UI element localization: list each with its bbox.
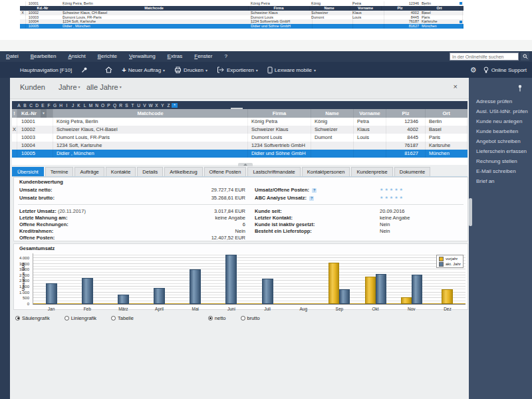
tab-kontaktpersonen[interactable]: Kontaktpersonen (302, 167, 350, 176)
alphabet-letter-J[interactable]: J (70, 103, 76, 108)
sidebar-item-rechnung-stellen[interactable]: Rechnung stellen (476, 158, 517, 164)
alphabet-letter-D[interactable]: D (34, 103, 40, 108)
alphabet-letter-G[interactable]: G (52, 103, 58, 108)
alphabet-letter-K[interactable]: K (76, 103, 82, 108)
table-row[interactable]: 100041234 Soft, Karlsruhe1234 Softvertri… (12, 142, 467, 150)
menu-item-bearbeiten[interactable]: Bearbeiten (25, 51, 63, 62)
exportieren-button[interactable]: Exportieren ▾ (217, 66, 258, 73)
alphabet-letter-V[interactable]: V (142, 103, 148, 108)
home-button[interactable] (105, 66, 112, 73)
online-support-button[interactable]: Online Support (483, 66, 527, 74)
tab-termine[interactable]: Termine (45, 167, 74, 176)
menu-item-extras[interactable]: Extras (162, 51, 189, 62)
sidebar-item-adresse-prüfen[interactable]: Adresse prüfen (476, 98, 512, 104)
alphabet-letter-Z[interactable]: Z (166, 103, 172, 108)
alphabet-letter-P[interactable]: P (106, 103, 112, 108)
menu-item-datei[interactable]: Datei (0, 51, 25, 62)
sidebar-item-kunde-bearbeiten[interactable]: Kunde bearbeiten (476, 128, 518, 134)
alphabet-letter-X[interactable]: X (154, 103, 160, 108)
table-row[interactable]: 10001König Petra, BerlinKönig PetraKönig… (12, 118, 467, 126)
alphabet-letter-T[interactable]: T (130, 103, 136, 108)
alphabet-letter-Y[interactable]: Y (160, 103, 166, 108)
tab-dokumente[interactable]: Dokumente (394, 167, 430, 176)
filter-dropdown[interactable]: alle Jahre▾ (86, 83, 122, 91)
alphabet-letter-H[interactable]: H (58, 103, 64, 108)
sidebar-item-angebot-schreiben[interactable]: Angebot schreiben (476, 138, 521, 144)
gear-icon[interactable]: ⚙ (470, 66, 477, 74)
table-row[interactable]: 10005Didier , MünchenDidier und Söhne Gm… (12, 150, 467, 158)
bar-akt. Jahr (262, 279, 273, 304)
menu-item-verwaltung[interactable]: Verwaltung (123, 51, 162, 62)
neuer-auftrag-label: Neuer Auftrag (128, 67, 161, 73)
help-icon[interactable]: ? (312, 188, 317, 193)
sidebar-item-ausl-ust-idnr-prüfen[interactable]: Ausl. USt-IdNr. prüfen (476, 108, 528, 114)
tab-lastschriftmandate[interactable]: Lastschriftmandate (247, 167, 300, 176)
search-button[interactable] (521, 53, 529, 61)
column-header-kdnr[interactable]: Kd.-Nr▼ (17, 109, 53, 118)
tab-kontakte[interactable]: Kontakte (106, 167, 136, 176)
tab-offeneposten[interactable]: Offene Posten (204, 167, 247, 176)
alphabet-letter-Q[interactable]: Q (112, 103, 118, 108)
alphabet-letter-M[interactable]: M (88, 103, 94, 108)
sidebar-item-e-mail-schreiben[interactable]: E-Mail schreiben (476, 168, 516, 174)
legend-swatch (439, 257, 444, 261)
x-tick-label: Okt (358, 307, 394, 311)
tab-details[interactable]: Details (137, 167, 163, 176)
tab-kundenpreise[interactable]: Kundenpreise (351, 167, 392, 176)
pin-button[interactable] (81, 66, 88, 73)
alphabet-letter-L[interactable]: L (82, 103, 88, 108)
hauptnavigation-button[interactable]: Hauptnavigation [F10] (20, 67, 72, 73)
alphabet-letter-B[interactable]: B (22, 103, 28, 108)
column-header-name[interactable]: Name (311, 109, 354, 118)
radio-brutto[interactable]: brutto (241, 315, 260, 321)
alphabet-letter-S[interactable]: S (124, 103, 130, 108)
alphabet-letter-R[interactable]: R (118, 103, 124, 108)
alphabet-letter-I[interactable]: I (64, 103, 70, 108)
tab-artikelbezug[interactable]: Artikelbezug (164, 167, 202, 176)
scrollbar-thumb[interactable] (469, 198, 472, 226)
alphabet-letter-O[interactable]: O (100, 103, 106, 108)
lexware-mobile-button[interactable]: Lexware mobile ▾ (267, 66, 316, 74)
alphabet-letter-N[interactable]: N (94, 103, 100, 108)
ghost-cell-vorname: Petra (350, 1, 384, 6)
column-header-matchcode[interactable]: Matchcode (53, 109, 248, 118)
menu-item-fenster[interactable]: Fenster (188, 51, 218, 62)
tab-aufträge[interactable]: Aufträge (74, 167, 104, 176)
help-icon[interactable]: ? (309, 196, 314, 201)
sidebar-item-lieferschein-erfassen[interactable]: Lieferschein erfassen (476, 148, 527, 154)
table-row[interactable]: X10002Schweizer Klaus, CH-BaselSchweizer… (12, 126, 467, 134)
radio-säulengrafik[interactable]: Säulengrafik (15, 315, 50, 321)
alphabet-letter-U[interactable]: U (136, 103, 142, 108)
radio-liniengrafik[interactable]: Liniengrafik (65, 315, 96, 321)
column-header-plz[interactable]: Plz (386, 109, 426, 118)
column-header-ort[interactable]: Ort (426, 109, 467, 118)
sidebar-item-brief-an[interactable]: Brief an (476, 178, 495, 184)
sidebar-item-kunde-neu-anlegen[interactable]: Kunde neu anlegen (476, 118, 522, 124)
menu-item-berichte[interactable]: Berichte (92, 51, 123, 62)
tab-übersicht[interactable]: Übersicht (12, 167, 44, 176)
column-header-flag[interactable]: ! (12, 109, 17, 118)
close-icon[interactable]: × (454, 82, 458, 90)
collapse-handle[interactable] (238, 163, 253, 166)
ghost-cell-ort: Basel (419, 11, 463, 15)
neuer-auftrag-button[interactable]: + Neuer Auftrag ▾ (122, 66, 165, 73)
table-row[interactable]: 10003Dumont Louis, FR-ParisDumont LouisD… (12, 134, 467, 142)
alphabet-letter-E[interactable]: E (40, 103, 46, 108)
radio-netto[interactable]: netto (208, 315, 226, 321)
drucken-button[interactable]: Drucken ▾ (174, 66, 207, 73)
main-content: Kunden Jahre▾ alle Jahre▾ × ABCDEFGHIJKL… (10, 78, 469, 399)
alphabet-letter-A[interactable]: A (16, 103, 22, 108)
radio-tabelle[interactable]: Tabelle (111, 315, 134, 321)
exportieren-label: Exportieren (227, 67, 254, 73)
search-input[interactable] (450, 53, 519, 61)
alphabet-letter-F[interactable]: F (46, 103, 52, 108)
alphabet-letter-W[interactable]: W (148, 103, 154, 108)
column-header-firma[interactable]: Firma (248, 109, 311, 118)
column-header-vorname[interactable]: Vorname (354, 109, 386, 118)
alphabet-letter-*[interactable]: * (172, 103, 178, 108)
grouping-dropdown[interactable]: Jahre▾ (59, 83, 80, 91)
pin-icon[interactable] (517, 84, 523, 92)
alphabet-letter-C[interactable]: C (28, 103, 34, 108)
menu-item-?[interactable]: ? (218, 51, 233, 62)
menu-item-ansicht[interactable]: Ansicht (62, 51, 91, 62)
